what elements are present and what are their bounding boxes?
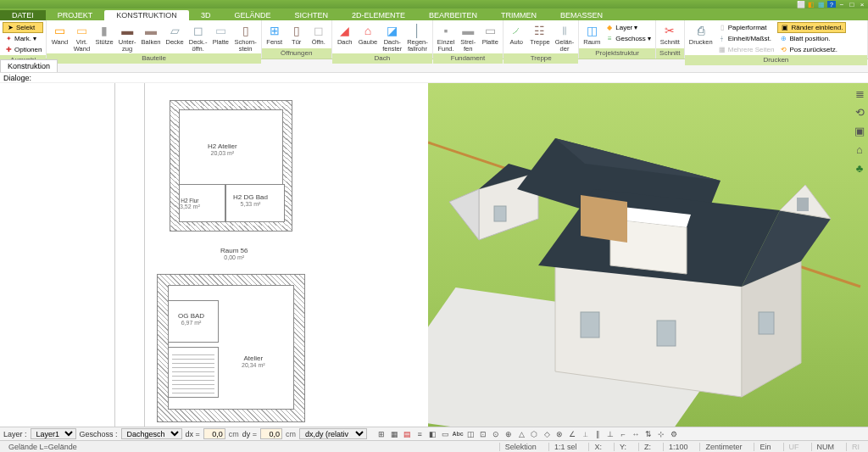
einheit-button[interactable]: ⟊Einheit/Maßst. bbox=[716, 33, 776, 44]
view-3d[interactable]: ≣ ⟲ ▣ ⌂ ♣ bbox=[428, 83, 868, 427]
decke-button[interactable]: ▱Decke bbox=[164, 22, 186, 53]
titlebar-icon-1[interactable]: ⬜ bbox=[797, 1, 805, 8]
opt-icon-22[interactable]: ⊹ bbox=[655, 428, 667, 439]
regenfallrohr-button[interactable]: │Regen- fallrohr bbox=[405, 22, 430, 53]
opt-icon-15[interactable]: ∠ bbox=[566, 428, 578, 439]
opt-icon-19[interactable]: ⌐ bbox=[617, 428, 629, 439]
opt-icon-6[interactable]: ▭ bbox=[439, 428, 451, 439]
opt-icon-7[interactable]: ◫ bbox=[465, 428, 476, 439]
status-bar: Gelände L=Gelände Selektion 1:1 sel X: Y… bbox=[0, 440, 868, 452]
schnitt-button[interactable]: ✂Schnitt bbox=[659, 22, 682, 48]
opt-icon-23[interactable]: ⚙ bbox=[668, 428, 680, 439]
tab-projekt[interactable]: PROJEKT bbox=[46, 10, 105, 20]
tab-gelaende[interactable]: GELÄNDE bbox=[222, 10, 282, 20]
einzelfund-button[interactable]: ▪Einzel Fund. bbox=[436, 22, 456, 53]
posreset-button[interactable]: ⟲Pos zurücksetz. bbox=[777, 44, 846, 55]
opt-icon-12[interactable]: ⬡ bbox=[528, 428, 540, 439]
dach-button[interactable]: ◢Dach bbox=[335, 22, 355, 53]
fund-platte-button[interactable]: ▭Platte bbox=[480, 22, 500, 53]
main-area: H2 Atelier20,03 m² H2 Flur3,52 m² H2 DG … bbox=[0, 83, 868, 427]
drucken-button[interactable]: ⎙Drucken bbox=[687, 22, 715, 55]
status-ein: Ein bbox=[754, 443, 776, 451]
gaube-button[interactable]: ⌂Gaube bbox=[357, 22, 380, 53]
platte-button[interactable]: ▭Platte bbox=[210, 22, 231, 53]
virtwand-button[interactable]: ▭Virt. Wand bbox=[71, 22, 92, 53]
geschoss-select[interactable]: Dachgesch bbox=[121, 428, 182, 439]
room-label-h2flur: H2 Flur3,52 m² bbox=[180, 198, 200, 209]
dx-label: dx = bbox=[186, 430, 200, 438]
tab-3d[interactable]: 3D bbox=[189, 10, 223, 20]
geschoss-button[interactable]: ≡Geschoss ▾ bbox=[604, 33, 653, 44]
maximize-icon[interactable]: □ bbox=[848, 1, 856, 8]
tuer-button[interactable]: ▯Tür bbox=[287, 22, 307, 48]
ribbon-group-projektstruktur: ◫Raum ◆Layer ▾ ≡Geschoss ▾ Projektstrukt… bbox=[579, 20, 656, 59]
opt-icon-11[interactable]: △ bbox=[515, 428, 527, 439]
blattpos-button[interactable]: ⊕Blatt position. bbox=[777, 33, 846, 44]
opt-icon-17[interactable]: ∥ bbox=[592, 428, 604, 439]
titlebar-icon-3[interactable]: ▦ bbox=[817, 1, 826, 8]
raender-button[interactable]: ▣Ränder einblend. bbox=[777, 22, 846, 33]
opt-icon-20[interactable]: ↔ bbox=[630, 428, 642, 439]
balken-button[interactable]: ▬Balken bbox=[140, 22, 163, 53]
view3d-tree-icon[interactable]: ♣ bbox=[853, 161, 866, 175]
opt-icon-3[interactable]: ▤ bbox=[401, 428, 413, 439]
raum-button[interactable]: ◫Raum bbox=[581, 22, 602, 48]
layer-button[interactable]: ◆Layer ▾ bbox=[604, 22, 653, 33]
gelaender-button[interactable]: ⦀Gelän- der bbox=[554, 22, 576, 53]
stuetze-button[interactable]: ▮Stütze bbox=[93, 22, 114, 53]
tab-bemassen[interactable]: BEMASSEN bbox=[548, 10, 615, 20]
layer-select[interactable]: Layer1 bbox=[31, 428, 76, 439]
ruler-icon: ⟊ bbox=[718, 35, 726, 43]
unterzug-button[interactable]: ▬Unter- zug bbox=[117, 22, 138, 53]
tab-datei[interactable]: DATEI bbox=[0, 10, 46, 20]
view3d-camera-icon[interactable]: ▣ bbox=[853, 124, 866, 137]
opt-icon-9[interactable]: ⊙ bbox=[490, 428, 502, 439]
mode-select[interactable]: dx,dy (relativ ka bbox=[299, 428, 367, 439]
minimize-icon[interactable]: − bbox=[837, 1, 846, 8]
titlebar-icon-2[interactable]: ◧ bbox=[807, 1, 815, 8]
schornstein-button[interactable]: ▯Schorn- stein bbox=[232, 22, 258, 53]
dachfenster-button[interactable]: ◪Dach- fenster bbox=[381, 22, 403, 53]
tab-2d[interactable]: 2D-ELEMENTE bbox=[340, 10, 417, 20]
view3d-layers-icon[interactable]: ≣ bbox=[853, 86, 866, 100]
virtual-wall-icon: ▭ bbox=[74, 23, 89, 38]
opt-icon-21[interactable]: ⇅ bbox=[643, 428, 654, 439]
wand-button[interactable]: ▭Wand bbox=[49, 22, 70, 53]
opt-icon-abc[interactable]: Abc bbox=[452, 428, 464, 439]
streifen-button[interactable]: ▬Strei- fen bbox=[458, 22, 478, 53]
selekt-button[interactable]: ➤Selekt bbox=[3, 22, 43, 33]
opt-icon-13[interactable]: ◇ bbox=[541, 428, 553, 439]
subtab-konstruktion[interactable]: Konstruktion bbox=[0, 59, 58, 72]
mark-button[interactable]: ✦Mark. ▾ bbox=[3, 33, 43, 44]
optionen-button[interactable]: ✚Optionen bbox=[3, 44, 43, 55]
opt-icon-4[interactable]: ≡ bbox=[414, 428, 426, 439]
tab-trimmen[interactable]: TRIMMEN bbox=[489, 10, 548, 20]
view3d-home-icon[interactable]: ⌂ bbox=[853, 142, 866, 156]
tab-konstruktion[interactable]: KONSTRUKTION bbox=[104, 10, 189, 20]
deckoeffn-button[interactable]: ◻Deck.- öffn. bbox=[187, 22, 209, 53]
auto-treppe-button[interactable]: ⟋Auto bbox=[506, 22, 526, 53]
tab-sichten[interactable]: SICHTEN bbox=[282, 10, 340, 20]
opt-icon-1[interactable]: ⊞ bbox=[376, 428, 387, 439]
treppe-button[interactable]: ☷Treppe bbox=[528, 22, 552, 53]
dy-input[interactable] bbox=[260, 428, 282, 439]
stairs-icon bbox=[172, 351, 214, 393]
papierformat-button[interactable]: ▯Papierformat bbox=[716, 22, 776, 33]
opt-icon-10[interactable]: ⊕ bbox=[503, 428, 515, 439]
dx-input[interactable] bbox=[203, 428, 225, 439]
beam-icon: ▬ bbox=[120, 23, 135, 38]
opt-icon-14[interactable]: ⊗ bbox=[554, 428, 565, 439]
opt-icon-8[interactable]: ⊡ bbox=[477, 428, 489, 439]
fenst-button[interactable]: ⊞Fenst bbox=[264, 22, 285, 48]
view3d-rotate-icon[interactable]: ⟲ bbox=[853, 105, 866, 119]
help-icon[interactable]: ? bbox=[827, 1, 836, 8]
plan-view-2d[interactable]: H2 Atelier20,03 m² H2 Flur3,52 m² H2 DG … bbox=[0, 83, 428, 427]
mehrere-button[interactable]: ▦Mehrere Seiten bbox=[716, 44, 776, 55]
opt-icon-2[interactable]: ▦ bbox=[388, 428, 400, 439]
oeffn-button[interactable]: ◻Öffn. bbox=[309, 22, 329, 48]
opt-icon-18[interactable]: ⊥ bbox=[604, 428, 616, 439]
close-icon[interactable]: × bbox=[858, 1, 866, 8]
opt-icon-5[interactable]: ◧ bbox=[426, 428, 438, 439]
tab-bearbeiten[interactable]: BEARBEITEN bbox=[417, 10, 489, 20]
opt-icon-16[interactable]: ⟂ bbox=[579, 428, 591, 439]
